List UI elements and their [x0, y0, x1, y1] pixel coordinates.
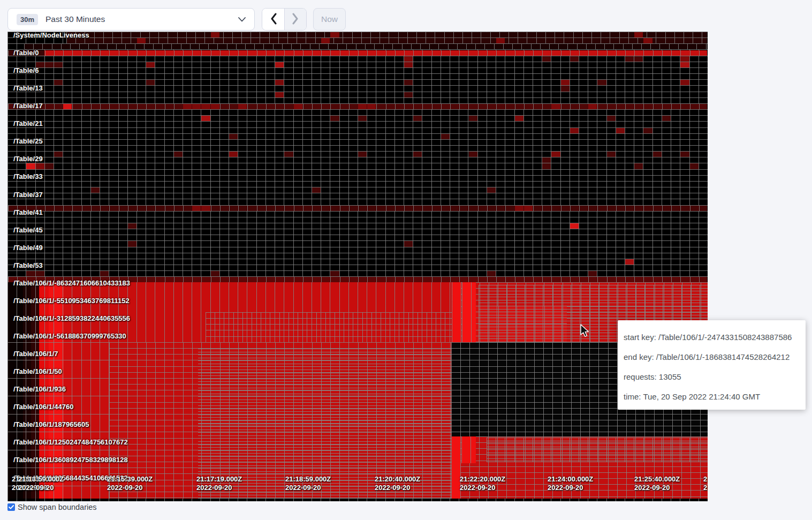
heatmap-cell [330, 116, 339, 121]
heatmap-cell [192, 206, 201, 211]
x-axis-tick-time: 21:17:19.000Z [196, 476, 242, 483]
x-axis-tick-time: 21:24:00.000Z [548, 476, 593, 483]
row-label: /Table/106/1/3608924758329898128 [13, 456, 128, 463]
heatmap-cell [680, 152, 689, 157]
heatmap-cell [358, 104, 367, 109]
heatmap-cell [542, 56, 551, 62]
heatmap-cell [597, 80, 606, 85]
row-label: /Table/0 [13, 49, 39, 56]
heatmap-tooltip: start key: /Table/106/1/-247433150824388… [618, 320, 806, 410]
row-label: /Table/106/1/50 [13, 368, 62, 375]
heatmap-cell [469, 152, 477, 157]
heatmap-cell [404, 241, 413, 246]
row-label: /Table/106/1/1250247484756107672 [13, 439, 128, 446]
heatmap-cell [330, 32, 339, 37]
heatmap-cell [229, 152, 238, 157]
x-axis-tick-time: 2 [703, 476, 707, 483]
heatmap-cell [45, 163, 54, 169]
row-label: /Table/37 [13, 191, 43, 198]
heatmap-cell [284, 152, 293, 157]
row-label: /Table/106/1/936 [13, 386, 66, 393]
prev-time-button[interactable] [262, 9, 284, 30]
x-axis-tick-date: 2022-09-20 [548, 484, 583, 492]
time-range-select[interactable]: 30m Past 30 Minutes [7, 8, 255, 31]
heatmap-cell [570, 128, 579, 133]
heatmap-cell [524, 206, 533, 211]
heatmap-cell [201, 104, 210, 109]
show-span-boundaries-checkbox[interactable] [7, 503, 15, 511]
heatmap-cell [36, 163, 44, 169]
time-range-label: Past 30 Minutes [45, 14, 238, 24]
x-axis-tick-time: 21:18:59.000Z [285, 476, 331, 483]
heatmap-region [8, 50, 707, 56]
heatmap-cell [312, 187, 321, 193]
x-axis-tick-date: 2022-09-20 [196, 484, 232, 492]
heatmap-cell [634, 32, 643, 37]
heatmap-cell [91, 187, 100, 193]
heatmap-cell [201, 116, 210, 121]
time-range-badge: 30m [17, 14, 38, 25]
x-axis-tick-time: 21:22:20.000Z [460, 476, 505, 483]
heatmap-cell [643, 128, 652, 133]
heatmap-cell [404, 92, 413, 97]
heatmap-cell [662, 116, 671, 121]
check-icon [9, 505, 14, 509]
heatmap-cell [100, 271, 109, 276]
heatmap-cell [413, 152, 422, 157]
row-label: /Table/6 [13, 67, 39, 74]
x-axis-tick-time: 21:25:40.000Z [634, 476, 680, 483]
heatmap-cell [680, 80, 689, 85]
heatmap-cell [625, 259, 634, 265]
tooltip-time: time: Tue, 20 Sep 2022 21:24:40 GMT [624, 387, 800, 406]
heatmap-cell [625, 56, 634, 62]
x-axis-tick-time: 21:15:39.000Z [107, 476, 153, 483]
heatmap-cell [551, 152, 560, 157]
heatmap-cell [54, 152, 63, 157]
heatmap-cell [487, 271, 496, 276]
heatmap-cell [588, 271, 597, 276]
heatmap-cell [174, 152, 183, 157]
heatmap-cell [570, 223, 579, 229]
show-span-boundaries-control[interactable]: Show span boundaries [7, 503, 97, 511]
show-span-boundaries-label: Show span boundaries [18, 503, 97, 511]
row-label: /Table/45 [13, 227, 43, 233]
heatmap-cell [496, 38, 505, 43]
heatmap-region [452, 436, 460, 499]
now-button[interactable]: Now [313, 8, 346, 31]
x-axis-tick-date: 2 [703, 484, 707, 492]
heatmap-cell [367, 104, 376, 109]
next-time-button[interactable] [284, 9, 306, 30]
heatmap-region [8, 206, 707, 211]
heatmap-cell [321, 38, 330, 43]
row-label: /Table/13 [13, 85, 43, 92]
heatmap-cell [570, 56, 579, 62]
heatmap-cell [634, 163, 643, 169]
tooltip-end-key: end key: /Table/106/1/-18683814745282642… [624, 347, 800, 367]
chevron-left-icon [270, 13, 277, 26]
heatmap-cell [238, 104, 247, 109]
heatmap-cell [690, 163, 699, 169]
x-axis-tick-date: 2022-09-20 [460, 484, 496, 492]
row-label: /Table/106/1/-8632471606610433183 [13, 280, 130, 287]
row-label: /System/NodeLiveness [13, 32, 89, 39]
heatmap-region [24, 44, 707, 49]
heatmap-cell [54, 80, 63, 85]
heatmap-cell [192, 104, 201, 109]
heatmap-region [462, 282, 476, 342]
row-label: /Table/106/1/7 [13, 350, 58, 357]
heatmap-cell [413, 116, 422, 121]
heatmap-region [66, 38, 707, 43]
x-axis-tick-date: 2022-09-20 [18, 484, 54, 492]
x-axis-tick-date: 2022-09-20 [634, 484, 670, 492]
heatmap-cell [201, 206, 210, 211]
key-visualizer-heatmap[interactable]: /System/NodeLiveness/Table/0/Table/6/Tab… [7, 32, 708, 501]
heatmap-cell [542, 157, 551, 163]
chevron-right-icon [292, 13, 299, 26]
heatmap-cell [515, 206, 523, 211]
heatmap-cell [358, 152, 367, 157]
row-label: /Table/106/1/187965605 [13, 421, 89, 428]
row-label: /Table/53 [13, 262, 43, 269]
heatmap-cell [607, 116, 616, 121]
heatmap-cell [211, 104, 219, 109]
heatmap-cell [404, 62, 413, 67]
